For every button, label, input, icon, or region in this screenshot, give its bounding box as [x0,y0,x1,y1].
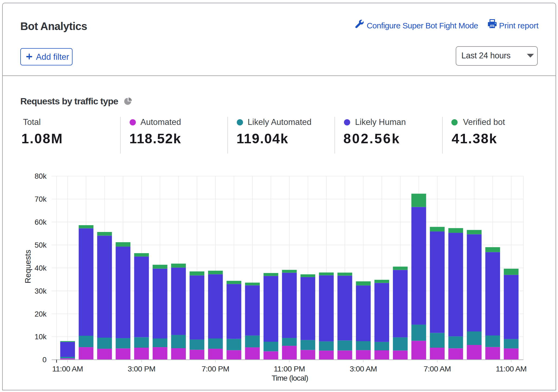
svg-text:11:00 AM: 11:00 AM [496,364,527,373]
svg-text:0: 0 [42,356,47,364]
svg-text:7:00 PM: 7:00 PM [202,364,229,373]
svg-text:11:00 PM: 11:00 PM [274,364,305,373]
svg-text:30k: 30k [35,287,47,295]
svg-text:80k: 80k [35,172,47,180]
svg-text:10k: 10k [35,333,47,341]
svg-text:3:00 AM: 3:00 AM [350,364,377,373]
svg-text:Time (local): Time (local) [272,374,308,382]
svg-text:50k: 50k [35,241,47,249]
svg-text:20k: 20k [35,310,47,318]
svg-text:3:00 PM: 3:00 PM [128,364,155,373]
svg-text:11:00 AM: 11:00 AM [52,364,83,373]
svg-text:40k: 40k [35,264,47,272]
svg-text:7:00 AM: 7:00 AM [424,364,451,373]
svg-text:70k: 70k [35,195,47,203]
svg-text:60k: 60k [35,218,47,226]
svg-text:Requests: Requests [23,250,32,284]
